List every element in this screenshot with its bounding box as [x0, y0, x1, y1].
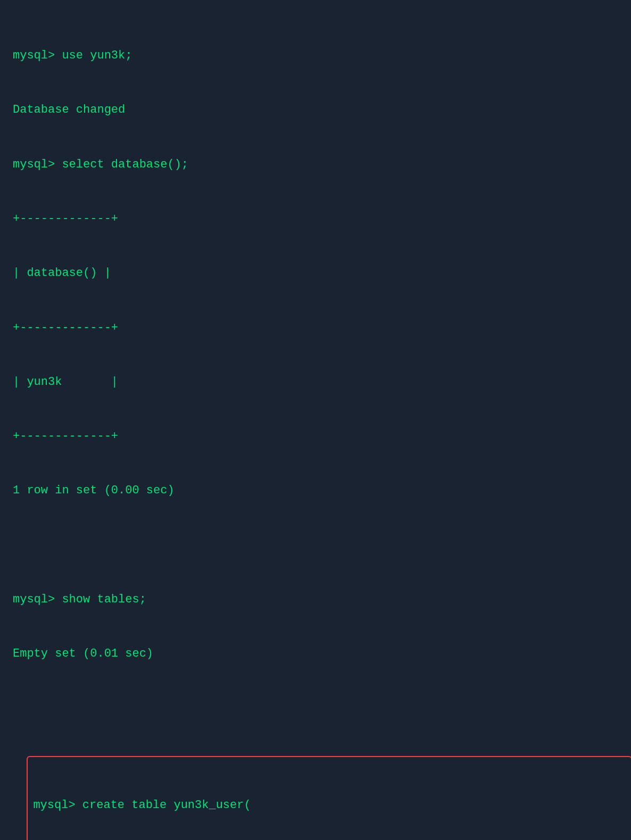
col-header-line: | database() | [13, 264, 618, 282]
show-tables1-cmd-line: mysql> show tables; [13, 591, 618, 609]
create-line1: mysql> create table yun3k_user( [33, 796, 626, 814]
blank2-line [13, 700, 618, 718]
select-db-cmd-line: mysql> select database(); [13, 156, 618, 174]
blank1-line [13, 536, 618, 555]
empty-set-line: Empty set (0.01 sec) [13, 645, 618, 663]
db-changed-line: Database changed [13, 101, 618, 119]
sep3-line: +-------------+ [13, 427, 618, 446]
use-cmd-line: mysql> use yun3k; [13, 47, 618, 65]
db-value-line: | yun3k | [13, 373, 618, 391]
sep1-line: +-------------+ [13, 210, 618, 228]
terminal: mysql> use yun3k; Database changed mysql… [13, 11, 618, 840]
row1-line: 1 row in set (0.00 sec) [13, 482, 618, 500]
create-table-block: mysql> create table yun3k_user( -> id in… [27, 756, 631, 840]
sep2-line: +-------------+ [13, 319, 618, 337]
